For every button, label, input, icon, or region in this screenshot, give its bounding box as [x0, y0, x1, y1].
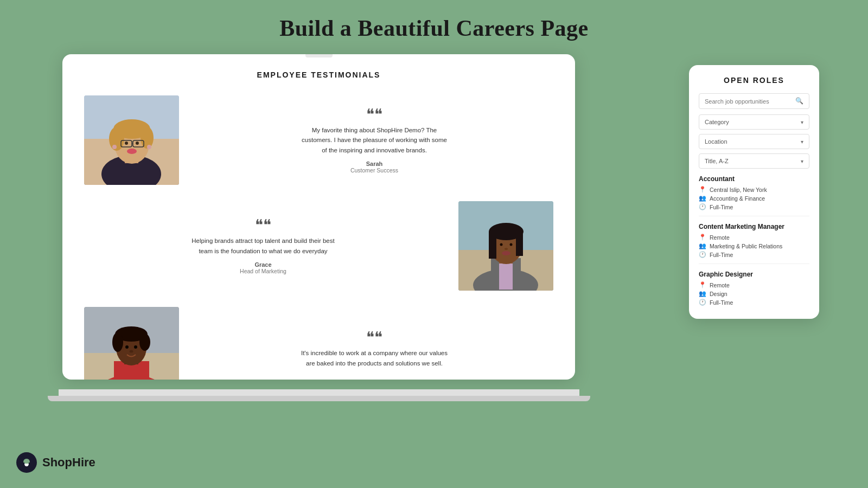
job-location-design: Remote: [710, 282, 730, 288]
testimonial-photo-grace: [458, 201, 553, 291]
testimonial-text-third: ❝❝ It's incredible to work at a company …: [195, 330, 553, 374]
shophire-logo: ShopHire: [16, 452, 95, 473]
quote-author-sarah: Sarah Customer Success: [195, 160, 553, 174]
clock-icon-3: 🕐: [699, 299, 706, 306]
testimonial-row-grace: ❝❝ Helping brands attract top talent and…: [84, 201, 553, 291]
svg-point-9: [136, 142, 139, 145]
testimonial-row-sarah: ❝❝ My favorite thing about ShopHire Demo…: [84, 95, 553, 185]
search-input[interactable]: [705, 98, 795, 105]
job-title-content-marketing[interactable]: Content Marketing Manager: [699, 223, 809, 230]
laptop-screen: EMPLOYEE TESTIMONIALS: [62, 54, 575, 380]
svg-point-37: [112, 332, 123, 352]
category-filter[interactable]: Category ▾: [699, 114, 809, 130]
quote-mark-third: ❝❝: [195, 330, 553, 345]
testimonials-section-title: EMPLOYEE TESTIMONIALS: [84, 70, 553, 79]
testimonial-row-third: ❝❝ It's incredible to work at a company …: [84, 307, 553, 380]
job-detail-type-accountant: 🕐 Full-Time: [699, 203, 809, 210]
sort-chevron-icon: ▾: [801, 158, 803, 164]
job-title-graphic-designer[interactable]: Graphic Designer: [699, 271, 809, 278]
divider-2: [699, 264, 809, 264]
location-pin-icon: 📍: [699, 186, 706, 193]
svg-point-26: [500, 243, 503, 246]
job-detail-location-content: 📍 Remote: [699, 234, 809, 241]
svg-point-15: [147, 145, 151, 149]
quote-text-grace: Helping brands attract top talent and bu…: [187, 236, 339, 256]
category-filter-label: Category: [705, 119, 729, 125]
author-role-sarah: Customer Success: [195, 167, 553, 174]
department-icon: 👥: [699, 195, 706, 202]
shophire-logo-text: ShopHire: [42, 455, 95, 470]
testimonials-container: ❝❝ My favorite thing about ShopHire Demo…: [84, 95, 553, 380]
quote-text-third: It's incredible to work at a company whe…: [298, 348, 450, 368]
testimonial-photo-sarah: [84, 95, 179, 185]
screen-content: EMPLOYEE TESTIMONIALS: [62, 54, 575, 380]
job-detail-location-design: 📍 Remote: [699, 281, 809, 288]
svg-rect-20: [499, 260, 513, 290]
job-detail-type-design: 🕐 Full-Time: [699, 299, 809, 306]
svg-point-38: [139, 333, 150, 351]
clock-icon: 🕐: [699, 203, 706, 210]
job-detail-dept-design: 👥 Design: [699, 290, 809, 297]
job-listing-content-marketing: Content Marketing Manager 📍 Remote 👥 Mar…: [699, 223, 809, 258]
clock-icon-2: 🕐: [699, 251, 706, 258]
job-dept-content: Marketing & Public Relations: [710, 243, 782, 249]
testimonial-text-grace: ❝❝ Helping brands attract top talent and…: [84, 217, 442, 274]
location-filter-label: Location: [705, 138, 727, 145]
laptop-base-bottom: [48, 396, 590, 401]
svg-point-28: [502, 251, 510, 255]
location-pin-icon-3: 📍: [699, 281, 706, 288]
job-detail-type-content: 🕐 Full-Time: [699, 251, 809, 258]
svg-point-27: [510, 243, 513, 246]
author-role-grace: Head of Marketing: [84, 268, 442, 274]
testimonial-text-sarah: ❝❝ My favorite thing about ShopHire Demo…: [195, 107, 553, 174]
sort-filter-label: Title, A-Z: [705, 158, 729, 164]
job-location-content: Remote: [710, 234, 730, 241]
search-icon: 🔍: [795, 97, 803, 105]
job-detail-dept-content: 👥 Marketing & Public Relations: [699, 242, 809, 249]
svg-point-13: [127, 149, 137, 154]
svg-point-29: [505, 248, 508, 250]
shophire-logo-icon: [16, 452, 37, 473]
job-listing-graphic-designer: Graphic Designer 📍 Remote 👥 Design 🕐 Ful…: [699, 271, 809, 306]
svg-point-41: [130, 350, 133, 353]
job-type-content: Full-Time: [710, 252, 733, 258]
svg-point-7: [141, 127, 154, 149]
quote-text-sarah: My favorite thing about ShopHire Demo? T…: [298, 125, 450, 155]
divider-1: [699, 216, 809, 216]
author-name-grace: Grace: [84, 261, 442, 268]
search-box[interactable]: 🔍: [699, 93, 809, 109]
category-chevron-icon: ▾: [801, 119, 803, 125]
job-detail-location-accountant: 📍 Central Islip, New York: [699, 186, 809, 193]
job-location-accountant: Central Islip, New York: [710, 187, 767, 193]
job-type-accountant: Full-Time: [710, 204, 733, 210]
svg-rect-25: [516, 232, 523, 256]
location-filter[interactable]: Location ▾: [699, 134, 809, 149]
svg-point-8: [125, 142, 128, 145]
job-dept-design: Design: [710, 291, 727, 297]
job-type-design: Full-Time: [710, 299, 733, 306]
laptop-mockup: EMPLOYEE TESTIMONIALS: [62, 54, 575, 401]
quote-mark-sarah: ❝❝: [195, 107, 553, 122]
location-pin-icon-2: 📍: [699, 234, 706, 241]
svg-point-14: [112, 145, 117, 149]
department-icon-2: 👥: [699, 242, 706, 249]
job-detail-dept-accountant: 👥 Accounting & Finance: [699, 195, 809, 202]
testimonial-photo-third: [84, 307, 179, 380]
svg-rect-24: [489, 232, 496, 259]
quote-mark-grace: ❝❝: [84, 217, 442, 233]
author-name-sarah: Sarah: [195, 160, 553, 167]
page-title: Build a Beautiful Careers Page: [0, 0, 868, 41]
open-roles-title: OPEN ROLES: [699, 76, 809, 85]
job-title-accountant[interactable]: Accountant: [699, 175, 809, 183]
sort-filter[interactable]: Title, A-Z ▾: [699, 153, 809, 169]
department-icon-3: 👥: [699, 290, 706, 297]
quote-author-grace: Grace Head of Marketing: [84, 261, 442, 274]
location-chevron-icon: ▾: [801, 139, 803, 145]
laptop-notch: [305, 54, 333, 57]
svg-point-39: [125, 345, 129, 349]
svg-point-40: [134, 345, 137, 349]
job-dept-accountant: Accounting & Finance: [710, 195, 765, 202]
open-roles-panel: OPEN ROLES 🔍 Category ▾ Location ▾ Title…: [689, 65, 819, 319]
job-listing-accountant: Accountant 📍 Central Islip, New York 👥 A…: [699, 175, 809, 210]
